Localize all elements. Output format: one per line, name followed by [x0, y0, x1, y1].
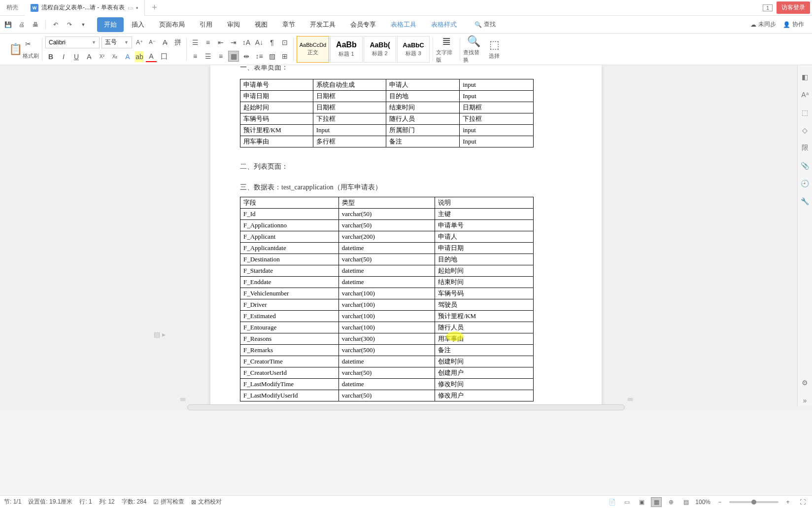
- sort-icon[interactable]: A↓: [254, 37, 265, 48]
- view-mode-4-icon[interactable]: ▦: [651, 497, 662, 507]
- table-cell[interactable]: datetime: [338, 277, 435, 288]
- dock-expand-icon[interactable]: ◧: [800, 72, 811, 82]
- table-cell[interactable]: 结束时间: [435, 277, 534, 288]
- collab-button[interactable]: 👤 协作: [783, 20, 804, 29]
- form-table[interactable]: 申请单号系统自动生成申请人input申请日期日期框目的地Input起始时间日期框…: [240, 79, 534, 147]
- decrease-indent-icon[interactable]: ⇤: [215, 37, 226, 48]
- table-row[interactable]: F_Enddatedatetime结束时间: [240, 277, 534, 288]
- table-row[interactable]: F_Idvarchar(50)主键: [240, 209, 534, 220]
- align-right-icon[interactable]: ≡: [215, 51, 226, 62]
- table-cell[interactable]: 用车事由: [240, 136, 313, 147]
- font-color-icon[interactable]: A: [146, 51, 157, 62]
- new-tab-button[interactable]: +: [145, 0, 165, 16]
- table-cell[interactable]: F_Remarks: [240, 345, 339, 356]
- table-cell[interactable]: input: [460, 79, 534, 91]
- not-synced-button[interactable]: ☁ 未同步: [750, 20, 776, 29]
- spell-check-toggle[interactable]: ☑ 拼写检查: [153, 498, 184, 506]
- table-cell[interactable]: Input: [460, 136, 534, 147]
- font-family-select[interactable]: Calibri▼: [45, 36, 100, 48]
- table-cell[interactable]: F_Estimated: [240, 311, 339, 322]
- table-row[interactable]: 申请日期日期框目的地Input: [240, 91, 534, 102]
- tab-chapter[interactable]: 章节: [275, 17, 302, 32]
- table-cell[interactable]: 备注: [386, 136, 460, 147]
- table-cell[interactable]: F_Applicationno: [240, 220, 339, 231]
- table-header-cell[interactable]: 类型: [338, 197, 435, 209]
- table-cell[interactable]: F_Reasons: [240, 333, 339, 345]
- format-painter-label[interactable]: 格式刷: [23, 52, 39, 60]
- table-cell[interactable]: 申请日期: [240, 91, 313, 102]
- table-cell[interactable]: 多行框: [313, 136, 386, 147]
- table-cell[interactable]: varchar(50): [338, 254, 435, 265]
- superscript-icon[interactable]: X²: [97, 51, 107, 62]
- table-cell[interactable]: F_CreatorTime: [240, 356, 339, 367]
- table-row[interactable]: F_Applicationnovarchar(50)申请单号: [240, 220, 534, 231]
- table-cell[interactable]: varchar(100): [338, 299, 435, 311]
- number-list-icon[interactable]: ≡: [203, 37, 213, 48]
- table-cell[interactable]: 日期框: [460, 102, 534, 113]
- view-mode-3-icon[interactable]: ▣: [636, 497, 647, 507]
- text-effect-icon[interactable]: A: [122, 51, 133, 62]
- zoom-slider[interactable]: [729, 501, 778, 503]
- table-cell[interactable]: datetime: [338, 356, 435, 367]
- table-row[interactable]: F_CreatorTimedatetime创建时间: [240, 356, 534, 367]
- table-cell[interactable]: F_Applicant: [240, 231, 339, 243]
- tab-reference[interactable]: 引用: [193, 17, 219, 32]
- tab-developer[interactable]: 开发工具: [303, 17, 342, 32]
- search-button[interactable]: 🔍 查找: [470, 18, 501, 31]
- table-cell[interactable]: 所属部门: [386, 125, 460, 136]
- fullscreen-icon[interactable]: ⛶: [797, 497, 808, 507]
- table-row[interactable]: 用车事由多行框备注Input: [240, 136, 534, 147]
- app-shell-tab[interactable]: 稍壳: [0, 0, 25, 16]
- table-row[interactable]: F_Drivervarchar(100)驾驶员: [240, 299, 534, 311]
- table-cell[interactable]: 起始时间: [240, 102, 313, 113]
- zoom-thumb[interactable]: [751, 500, 756, 505]
- bold-icon[interactable]: B: [45, 51, 56, 62]
- notification-badge[interactable]: 1: [763, 4, 773, 11]
- col-indicator[interactable]: 列: 12: [99, 498, 115, 506]
- table-row[interactable]: F_Entouragevarchar(100)随行人员: [240, 322, 534, 333]
- table-cell[interactable]: Input: [313, 125, 386, 136]
- dock-clip-icon[interactable]: 📎: [800, 160, 811, 171]
- margin-marker-icon[interactable]: ▤ ▸: [154, 330, 166, 338]
- table-cell[interactable]: 目的地: [435, 254, 534, 265]
- table-cell[interactable]: 目的地: [386, 91, 460, 102]
- table-cell[interactable]: F_LastModifyTime: [240, 379, 339, 390]
- borders-icon[interactable]: ⊞: [279, 51, 290, 62]
- proofing-toggle[interactable]: ⊠ 文档校对: [191, 498, 222, 506]
- table-cell[interactable]: F_CreatorUserId: [240, 367, 339, 379]
- split-handle-right[interactable]: ≡≡: [620, 398, 640, 401]
- table-cell[interactable]: 预计里程/KM: [435, 311, 534, 322]
- table-cell[interactable]: 下拉框: [460, 113, 534, 125]
- table-row[interactable]: F_Startdatedatetime起始时间: [240, 265, 534, 277]
- dock-backup-icon[interactable]: 🕘: [800, 178, 811, 189]
- subscript-icon[interactable]: X₂: [109, 51, 120, 62]
- table-cell[interactable]: 修改时间: [435, 379, 534, 390]
- zoom-out-icon[interactable]: −: [714, 497, 725, 507]
- increase-indent-icon[interactable]: ⇥: [228, 37, 239, 48]
- section-indicator[interactable]: 节: 1/1: [4, 498, 21, 506]
- align-justify-icon[interactable]: ▦: [228, 51, 239, 62]
- shading-icon[interactable]: ▨: [267, 51, 277, 62]
- qa-dropdown-icon[interactable]: ▼: [77, 19, 89, 31]
- table-row[interactable]: F_CreatorUserIdvarchar(50)创建用户: [240, 367, 534, 379]
- table-row[interactable]: F_Estimatedvarchar(100)预计里程/KM: [240, 311, 534, 322]
- underline-icon[interactable]: U: [71, 51, 82, 62]
- bullet-list-icon[interactable]: ☰: [190, 37, 201, 48]
- table-cell[interactable]: F_Driver: [240, 299, 339, 311]
- zoom-level[interactable]: 100%: [695, 499, 710, 506]
- char-border-icon[interactable]: 囗: [159, 51, 169, 62]
- table-row[interactable]: F_Destinationvarchar(50)目的地: [240, 254, 534, 265]
- strikethrough-icon[interactable]: A̵: [84, 51, 95, 62]
- tab-layout[interactable]: 页面布局: [152, 17, 192, 32]
- table-cell[interactable]: varchar(300): [338, 333, 435, 345]
- dock-style-icon[interactable]: Aᵃ: [800, 89, 811, 100]
- table-cell[interactable]: 预计里程/KM: [240, 125, 313, 136]
- view-mode-6-icon[interactable]: ▤: [680, 497, 691, 507]
- page[interactable]: 一、表单页面： 申请单号系统自动生成申请人input申请日期日期框目的地Inpu…: [210, 65, 602, 410]
- align-left-icon[interactable]: ≡: [190, 51, 201, 62]
- tab-table-style[interactable]: 表格样式: [424, 17, 464, 32]
- table-cell[interactable]: 日期框: [313, 91, 386, 102]
- table-cell[interactable]: 备注: [435, 345, 534, 356]
- table-header-cell[interactable]: 字段: [240, 197, 339, 209]
- find-replace-button[interactable]: 🔍 查找替换: [463, 36, 484, 63]
